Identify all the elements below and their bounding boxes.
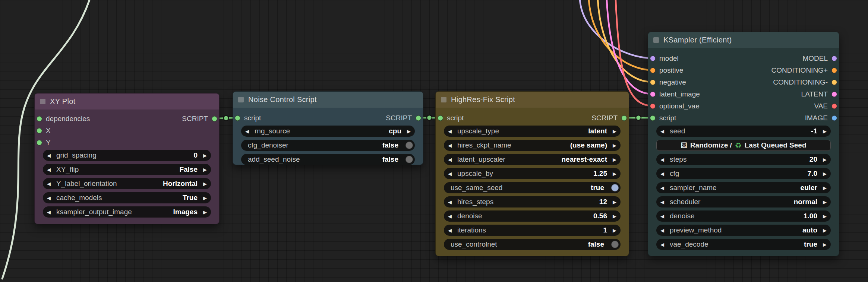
- increment-arrow-icon[interactable]: ▶: [203, 209, 207, 215]
- node-xy-plot[interactable]: XY PlotdependenciesSCRIPTXY◀grid_spacing…: [34, 93, 220, 224]
- widget-preview-method[interactable]: ◀preview_methodauto▶: [656, 225, 831, 236]
- toggle-knob[interactable]: [405, 156, 413, 163]
- decrement-arrow-icon[interactable]: ◀: [660, 228, 664, 233]
- widget-sampler-name[interactable]: ◀sampler_nameeuler▶: [656, 182, 831, 193]
- decrement-arrow-icon[interactable]: ◀: [448, 228, 452, 233]
- input-port-dependencies[interactable]: [37, 116, 42, 122]
- widget-denoise[interactable]: ◀denoise1.00▶: [656, 210, 831, 222]
- collapse-box-icon[interactable]: [238, 97, 244, 102]
- increment-arrow-icon[interactable]: ▶: [203, 167, 207, 172]
- output-port-script[interactable]: [416, 115, 421, 121]
- increment-arrow-icon[interactable]: ▶: [203, 181, 207, 187]
- increment-arrow-icon[interactable]: ▶: [203, 153, 207, 158]
- widget-hires-ckpt-name[interactable]: ◀hires_ckpt_name(use same)▶: [444, 140, 621, 151]
- increment-arrow-icon[interactable]: ▶: [613, 129, 616, 134]
- increment-arrow-icon[interactable]: ▶: [823, 242, 827, 247]
- input-port-negative[interactable]: [650, 80, 656, 85]
- widget-cfg-denoiser[interactable]: cfg_denoiserfalse: [241, 140, 415, 151]
- node-header[interactable]: HighRes-Fix Script: [436, 92, 629, 108]
- decrement-arrow-icon[interactable]: ◀: [660, 199, 664, 205]
- decrement-arrow-icon[interactable]: ◀: [448, 157, 452, 162]
- input-port-model[interactable]: [650, 56, 656, 61]
- node-ksampler-efficient[interactable]: KSampler (Efficient)modelMODELpositiveCO…: [648, 32, 839, 256]
- widget-grid-spacing[interactable]: ◀grid_spacing0▶: [43, 150, 211, 161]
- input-port-positive[interactable]: [650, 68, 656, 73]
- decrement-arrow-icon[interactable]: ◀: [448, 199, 452, 205]
- decrement-arrow-icon[interactable]: ◀: [47, 153, 51, 158]
- collapse-box-icon[interactable]: [441, 97, 446, 102]
- toggle-knob[interactable]: [405, 142, 413, 149]
- widget-denoise[interactable]: ◀denoise0.56▶: [444, 210, 621, 222]
- output-port-vae[interactable]: [831, 104, 837, 109]
- widget-y-label-orientation[interactable]: ◀Y_label_orientationHorizontal▶: [43, 178, 211, 189]
- node-header[interactable]: XY Plot: [35, 94, 219, 110]
- output-port-conditioning-plus[interactable]: [831, 68, 837, 73]
- increment-arrow-icon[interactable]: ▶: [203, 195, 207, 201]
- decrement-arrow-icon[interactable]: ◀: [47, 195, 51, 201]
- decrement-arrow-icon[interactable]: ◀: [47, 181, 51, 187]
- increment-arrow-icon[interactable]: ▶: [407, 129, 411, 134]
- output-port-conditioning-minus[interactable]: [831, 80, 837, 85]
- output-port-script[interactable]: [621, 115, 627, 121]
- increment-arrow-icon[interactable]: ▶: [613, 157, 616, 162]
- decrement-arrow-icon[interactable]: ◀: [660, 129, 664, 134]
- input-port-script[interactable]: [438, 115, 443, 121]
- node-highres-fix-script[interactable]: HighRes-Fix ScriptscriptSCRIPT◀upscale_t…: [435, 91, 629, 256]
- widget-upscale-by[interactable]: ◀upscale_by1.25▶: [444, 168, 621, 179]
- output-port-image[interactable]: [831, 115, 837, 121]
- decrement-arrow-icon[interactable]: ◀: [448, 129, 452, 134]
- node-header[interactable]: KSampler (Efficient): [648, 32, 839, 48]
- decrement-arrow-icon[interactable]: ◀: [660, 157, 664, 162]
- randomize-seed-button[interactable]: ⚄Randomize /♻Last Queued Seed: [656, 140, 831, 151]
- widget-vae-decode[interactable]: ◀vae_decodetrue▶: [656, 239, 831, 250]
- output-port-model[interactable]: [831, 56, 837, 61]
- widget-upscale-type[interactable]: ◀upscale_typelatent▶: [444, 126, 621, 137]
- output-port-latent[interactable]: [831, 92, 837, 97]
- widget-use-same-seed[interactable]: use_same_seedtrue: [444, 182, 621, 193]
- input-port-x[interactable]: [37, 128, 42, 134]
- input-port-latent-image[interactable]: [650, 92, 656, 97]
- widget-use-controlnet[interactable]: use_controlnetfalse: [444, 239, 621, 250]
- widget-xy-flip[interactable]: ◀XY_flipFalse▶: [43, 164, 211, 175]
- node-header[interactable]: Noise Control Script: [233, 92, 423, 108]
- input-port-script[interactable]: [650, 115, 656, 121]
- decrement-arrow-icon[interactable]: ◀: [660, 213, 664, 219]
- input-port-y[interactable]: [37, 140, 42, 146]
- increment-arrow-icon[interactable]: ▶: [823, 213, 827, 219]
- decrement-arrow-icon[interactable]: ◀: [660, 242, 664, 247]
- increment-arrow-icon[interactable]: ▶: [823, 171, 827, 177]
- decrement-arrow-icon[interactable]: ◀: [660, 185, 664, 191]
- increment-arrow-icon[interactable]: ▶: [613, 199, 616, 205]
- widget-seed[interactable]: ◀seed-1▶: [656, 126, 831, 137]
- increment-arrow-icon[interactable]: ▶: [823, 129, 827, 134]
- toggle-knob[interactable]: [611, 241, 619, 248]
- decrement-arrow-icon[interactable]: ◀: [448, 171, 452, 177]
- toggle-knob[interactable]: [611, 184, 619, 191]
- increment-arrow-icon[interactable]: ▶: [613, 213, 616, 219]
- widget-latent-upscaler[interactable]: ◀latent_upscalernearest-exact▶: [444, 154, 621, 165]
- node-graph-canvas[interactable]: XY PlotdependenciesSCRIPTXY◀grid_spacing…: [0, 0, 868, 282]
- decrement-arrow-icon[interactable]: ◀: [47, 209, 51, 215]
- increment-arrow-icon[interactable]: ▶: [823, 157, 827, 162]
- collapse-box-icon[interactable]: [653, 37, 659, 43]
- increment-arrow-icon[interactable]: ▶: [613, 143, 616, 148]
- widget-steps[interactable]: ◀steps20▶: [656, 154, 831, 165]
- increment-arrow-icon[interactable]: ▶: [823, 199, 827, 205]
- widget-iterations[interactable]: ◀iterations1▶: [444, 225, 621, 236]
- increment-arrow-icon[interactable]: ▶: [613, 171, 616, 177]
- widget-add-seed-noise[interactable]: add_seed_noisefalse: [241, 154, 415, 165]
- collapse-box-icon[interactable]: [40, 99, 45, 104]
- decrement-arrow-icon[interactable]: ◀: [448, 143, 452, 148]
- increment-arrow-icon[interactable]: ▶: [613, 228, 616, 233]
- increment-arrow-icon[interactable]: ▶: [823, 228, 827, 233]
- input-port-optional-vae[interactable]: [650, 104, 656, 109]
- widget-cfg[interactable]: ◀cfg7.0▶: [656, 168, 831, 179]
- widget-rng-source[interactable]: ◀rng_sourcecpu▶: [241, 126, 415, 137]
- decrement-arrow-icon[interactable]: ◀: [660, 171, 664, 177]
- decrement-arrow-icon[interactable]: ◀: [448, 213, 452, 219]
- decrement-arrow-icon[interactable]: ◀: [47, 167, 51, 172]
- output-port-script[interactable]: [212, 116, 217, 122]
- widget-scheduler[interactable]: ◀schedulernormal▶: [656, 196, 831, 207]
- widget-cache-models[interactable]: ◀cache_modelsTrue▶: [43, 192, 211, 203]
- widget-hires-steps[interactable]: ◀hires_steps12▶: [444, 196, 621, 207]
